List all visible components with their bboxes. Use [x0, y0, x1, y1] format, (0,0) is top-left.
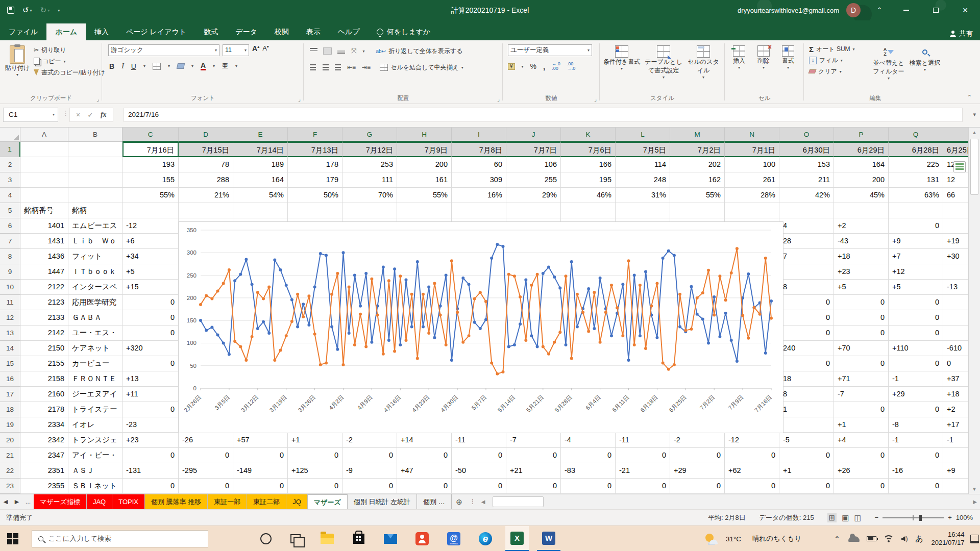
cell-P10[interactable]: +5	[834, 280, 889, 295]
row-header-17[interactable]: 17	[0, 387, 20, 402]
cell-F5[interactable]	[288, 203, 342, 218]
sheet-tab-マザーズ[interactable]: マザーズ	[308, 494, 348, 509]
cell-H4[interactable]: 55%	[397, 188, 452, 203]
cell-Q10[interactable]: +5	[889, 280, 943, 295]
font-color-icon[interactable]: A	[201, 62, 206, 70]
cell-D5[interactable]	[179, 203, 233, 218]
cell-O3[interactable]: 211	[779, 172, 834, 188]
vertical-scroll-thumb[interactable]	[970, 139, 978, 195]
cell-R8[interactable]: +30	[943, 249, 968, 264]
cell-O18[interactable]: 1	[779, 402, 834, 417]
scroll-down-icon[interactable]: ▼	[969, 486, 980, 492]
cell-I22[interactable]: -50	[452, 463, 506, 479]
insert-function-icon[interactable]: fx	[101, 111, 107, 119]
cell-J2[interactable]: 106	[506, 157, 561, 172]
cell-C4[interactable]: 55%	[122, 188, 179, 203]
cell-F3[interactable]: 179	[288, 172, 342, 188]
cell-B23[interactable]: ＳＢＩネット	[68, 479, 122, 494]
cell-P1[interactable]: 6月29日	[834, 142, 889, 157]
cell-B18[interactable]: トライステー	[68, 402, 122, 417]
cell-H22[interactable]: +47	[397, 463, 452, 479]
cell-O14[interactable]: 240	[779, 341, 834, 356]
cell-H20[interactable]: +14	[397, 433, 452, 448]
cell-C21[interactable]: 0	[122, 448, 179, 463]
ribbon-tab-校閲[interactable]: 校閲	[266, 23, 298, 40]
cell-A15[interactable]: 2155	[20, 356, 68, 371]
collapse-ribbon-icon[interactable]: ⌃	[967, 94, 972, 101]
cell-N2[interactable]: 100	[725, 157, 779, 172]
cell-C23[interactable]: 0	[122, 479, 179, 494]
zoom-out-icon[interactable]: −	[875, 514, 879, 521]
cell-N21[interactable]: 0	[725, 448, 779, 463]
col-header-D[interactable]: D	[179, 128, 233, 142]
expand-formula-bar-icon[interactable]: ▾	[973, 111, 976, 118]
cell-F20[interactable]: +1	[288, 433, 342, 448]
cell-P16[interactable]: +71	[834, 371, 889, 387]
clipboard-dialog-launcher-icon[interactable]: ⌟	[96, 96, 99, 102]
cell-D23[interactable]: 0	[179, 479, 233, 494]
row-header-10[interactable]: 10	[0, 280, 20, 295]
cell-L1[interactable]: 7月5日	[616, 142, 670, 157]
cell-E4[interactable]: 54%	[233, 188, 288, 203]
hscroll-left-icon[interactable]: ◀	[481, 494, 485, 509]
cell-H1[interactable]: 7月9日	[397, 142, 452, 157]
cell-L23[interactable]: 0	[616, 479, 670, 494]
cell-N22[interactable]: +62	[725, 463, 779, 479]
cell-Q3[interactable]: 131	[889, 172, 943, 188]
cell-O11[interactable]: 0	[779, 295, 834, 310]
cell-P20[interactable]: +4	[834, 433, 889, 448]
weather-temp[interactable]: 31°C	[721, 526, 746, 551]
redo-icon[interactable]: ↻▾	[40, 6, 50, 15]
row-header-4[interactable]: 4	[0, 188, 20, 203]
cell-A10[interactable]: 2122	[20, 280, 68, 295]
weather-text[interactable]: 晴れのちくもり	[746, 526, 807, 551]
align-right-icon[interactable]	[335, 64, 341, 70]
cell-G1[interactable]: 7月12日	[342, 142, 397, 157]
cell-B22[interactable]: ＡＳＪ	[68, 463, 122, 479]
conditional-formatting-button[interactable]: 条件付き書式▾	[602, 42, 642, 71]
col-header-O[interactable]: O	[779, 128, 834, 142]
confirm-entry-icon[interactable]: ✓	[87, 111, 93, 119]
cell-Q19[interactable]: -8	[889, 417, 943, 433]
cell-B17[interactable]: ジーエヌアイ	[68, 387, 122, 402]
row-header-14[interactable]: 14	[0, 341, 20, 356]
cell-P13[interactable]: 0	[834, 325, 889, 341]
cell-C9[interactable]: +5	[122, 264, 179, 280]
percent-style-icon[interactable]: %	[530, 62, 536, 70]
cell-Q20[interactable]: -1	[889, 433, 943, 448]
cell-A3[interactable]	[20, 172, 68, 188]
row-header-3[interactable]: 3	[0, 172, 20, 188]
sheet-tab-マザーズ指標[interactable]: マザーズ指標	[34, 494, 87, 509]
cell-A4[interactable]	[20, 188, 68, 203]
row-header-20[interactable]: 20	[0, 433, 20, 448]
cell-R16[interactable]: +37	[943, 371, 968, 387]
row-header-6[interactable]: 6	[0, 218, 20, 234]
copy-button[interactable]: コピー▾	[34, 56, 105, 67]
cell-A16[interactable]: 2158	[20, 371, 68, 387]
cell-A5[interactable]: 銘柄番号	[20, 203, 68, 218]
cell-L5[interactable]	[616, 203, 670, 218]
cell-B12[interactable]: ＧＡＢＡ	[68, 310, 122, 325]
cell-G22[interactable]: -9	[342, 463, 397, 479]
cell-E2[interactable]: 189	[233, 157, 288, 172]
insert-cells-button[interactable]: 挿入▾	[728, 42, 750, 70]
cell-B6[interactable]: エムビーエス	[68, 218, 122, 234]
cell-R23[interactable]	[943, 479, 968, 494]
cell-E1[interactable]: 7月14日	[233, 142, 288, 157]
zoom-in-icon[interactable]: +	[948, 514, 952, 521]
taskbar-search-input[interactable]: ここに入力して検索	[32, 530, 208, 547]
cell-B15[interactable]: カービュー	[68, 356, 122, 371]
zoom-level[interactable]: 100%	[956, 514, 973, 521]
cell-O7[interactable]: 28	[779, 234, 834, 249]
file-explorer-button[interactable]	[315, 526, 339, 551]
formula-input[interactable]: 2021/7/16	[124, 108, 963, 122]
cell-O12[interactable]: 0	[779, 310, 834, 325]
ribbon-tab-挿入[interactable]: 挿入	[86, 23, 117, 40]
cell-J1[interactable]: 7月7日	[506, 142, 561, 157]
cell-R5[interactable]	[943, 203, 968, 218]
col-header-C[interactable]: C	[122, 128, 179, 142]
cell-Q21[interactable]: 0	[889, 448, 943, 463]
cell-C1[interactable]: 7月16日	[122, 142, 179, 157]
cell-O5[interactable]	[779, 203, 834, 218]
col-header-E[interactable]: E	[233, 128, 288, 142]
